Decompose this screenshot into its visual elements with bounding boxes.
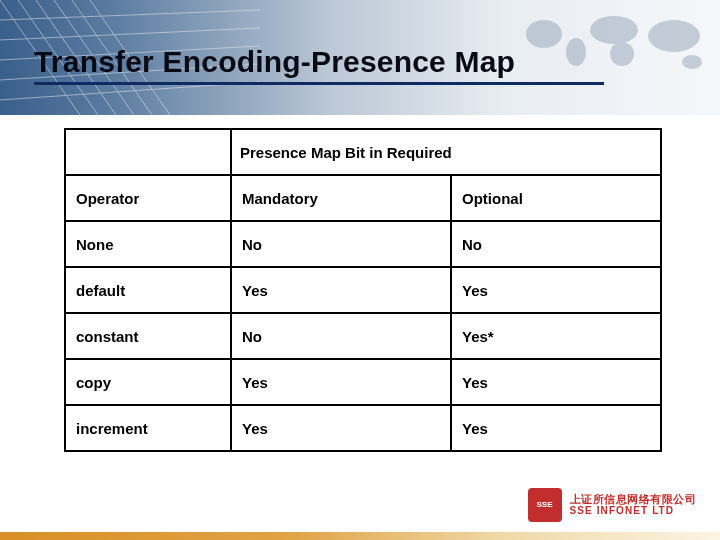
cell-optional: Yes [451,267,661,313]
table-col-header: Optional [451,175,661,221]
svg-point-15 [648,20,700,52]
svg-point-16 [682,55,702,69]
table-row: None No No [65,221,661,267]
cell-optional: No [451,221,661,267]
table-row: increment Yes Yes [65,405,661,451]
bottom-stripe [0,532,720,540]
svg-point-14 [610,42,634,66]
table-row: default Yes Yes [65,267,661,313]
cell-operator: default [65,267,231,313]
logo-en-text: SSE INFONET LTD [570,506,697,517]
svg-line-6 [0,10,260,20]
table-header-merged: Presence Map Bit in Required [231,129,661,175]
table-col-header: Mandatory [231,175,451,221]
table-row: copy Yes Yes [65,359,661,405]
logo-mark-icon: SSE [528,488,562,522]
title-underline [34,82,604,85]
svg-point-11 [526,20,562,48]
table-col-header: Operator [65,175,231,221]
cell-optional: Yes [451,405,661,451]
table-row: constant No Yes* [65,313,661,359]
cell-mandatory: No [231,221,451,267]
logo-text: 上证所信息网络有限公司 SSE INFONET LTD [570,494,697,516]
cell-operator: constant [65,313,231,359]
cell-mandatory: Yes [231,405,451,451]
presence-map-table: Presence Map Bit in Required Operator Ma… [64,128,660,452]
cell-optional: Yes [451,359,661,405]
slide: Transfer Encoding-Presence Map Presence … [0,0,720,540]
svg-point-13 [590,16,638,44]
cell-optional: Yes* [451,313,661,359]
table-header-blank [65,129,231,175]
cell-operator: None [65,221,231,267]
svg-point-12 [566,38,586,66]
company-logo: SSE 上证所信息网络有限公司 SSE INFONET LTD [528,488,697,522]
cell-operator: copy [65,359,231,405]
world-map-icon [514,6,714,76]
cell-mandatory: No [231,313,451,359]
slide-title: Transfer Encoding-Presence Map [34,45,515,79]
cell-operator: increment [65,405,231,451]
cell-mandatory: Yes [231,359,451,405]
cell-mandatory: Yes [231,267,451,313]
logo-cn-text: 上证所信息网络有限公司 [570,494,697,506]
